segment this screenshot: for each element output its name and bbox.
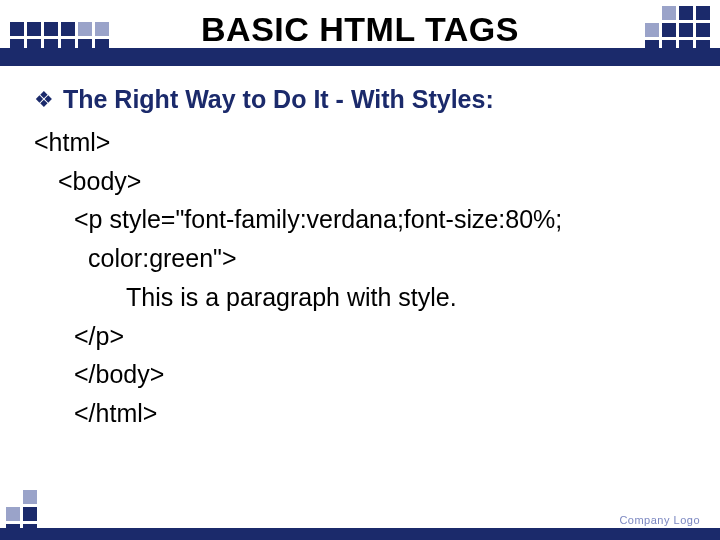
title-bar: BASIC HTML TAGS [0,0,720,66]
content-heading: The Right Way to Do It - With Styles: [63,85,494,113]
code-line: This is a paragraph with style. [34,278,692,317]
slide-footer: Company Logo [0,502,720,540]
code-block: <html> <body> <p style="font-family:verd… [34,123,692,433]
code-line: </p> [34,317,692,356]
code-line: </body> [34,355,692,394]
heading-row: ❖ The Right Way to Do It - With Styles: [34,80,692,119]
code-line: <html> [34,123,692,162]
title-strip [0,48,720,66]
slide-title: BASIC HTML TAGS [0,10,720,49]
diamond-bullet-icon: ❖ [34,83,54,117]
code-line: </html> [34,394,692,433]
code-line: color:green"> [34,239,692,278]
code-line: <p style="font-family:verdana;font-size:… [34,200,692,239]
code-line: <body> [34,162,692,201]
slide-content: ❖ The Right Way to Do It - With Styles: … [0,66,720,433]
footer-label: Company Logo [619,514,700,526]
footer-strip [0,528,720,540]
